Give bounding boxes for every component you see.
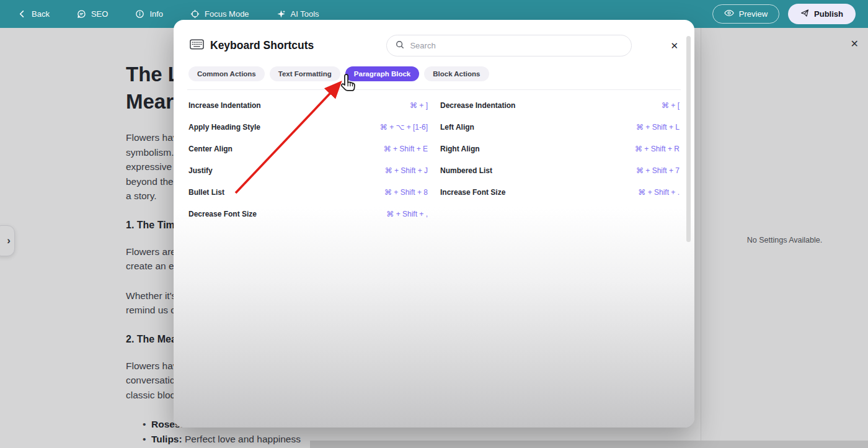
modal-close-button[interactable]: ✕ <box>670 41 678 50</box>
publish-button[interactable]: Publish <box>788 4 856 24</box>
shortcut-row: Decrease Font Size ⌘ + Shift + , <box>188 203 428 225</box>
shortcut-keys: ⌘ + ] <box>410 101 428 110</box>
shortcut-label: Center Align <box>188 145 232 153</box>
shortcut-label: Increase Indentation <box>188 101 261 110</box>
tab-paragraph-block[interactable]: Paragraph Block <box>345 66 419 81</box>
shortcut-label: Left Align <box>440 123 474 132</box>
shortcut-row: Apply Heading Style ⌘ + ⌥ + [1-6] <box>188 116 428 138</box>
shortcut-row: Numbered List ⌘ + Shift + 7 <box>440 159 680 181</box>
topbar-right: Preview Publish <box>712 4 868 24</box>
shortcut-row: Justify ⌘ + Shift + J <box>188 159 428 181</box>
shortcut-keys: ⌘ + Shift + . <box>638 188 680 197</box>
focus-target-icon <box>190 9 200 19</box>
shortcut-row-empty <box>440 203 680 225</box>
arrow-left-icon <box>17 9 27 19</box>
keyboard-shortcuts-modal: Keyboard Shortcuts ✕ Common Actions Text… <box>174 20 694 428</box>
shortcut-label: Right Align <box>440 145 480 153</box>
shortcut-keys: ⌘ + Shift + 7 <box>636 166 680 175</box>
shortcut-list: Increase Indentation ⌘ + ] Decrease Inde… <box>174 90 694 229</box>
modal-header: Keyboard Shortcuts ✕ <box>174 20 694 56</box>
shortcut-row: Center Align ⌘ + Shift + E <box>188 138 428 159</box>
seo-button[interactable]: SEO <box>77 9 108 19</box>
modal-scrollbar[interactable] <box>686 36 691 242</box>
seo-chat-icon <box>77 9 86 19</box>
eye-icon <box>724 9 734 19</box>
shortcut-row: Left Align ⌘ + Shift + L <box>440 116 680 138</box>
close-icon: ✕ <box>670 40 678 51</box>
shortcut-keys: ⌘ + [ <box>662 101 680 110</box>
shortcut-label: Decrease Font Size <box>188 210 257 218</box>
modal-title-text: Keyboard Shortcuts <box>210 39 314 52</box>
preview-button[interactable]: Preview <box>712 4 779 24</box>
shortcut-keys: ⌘ + Shift + E <box>384 145 428 153</box>
back-button[interactable]: Back <box>17 9 50 19</box>
send-icon <box>800 9 809 19</box>
info-button[interactable]: Info <box>135 9 163 19</box>
shortcut-label: Decrease Indentation <box>440 101 515 110</box>
shortcut-keys: ⌘ + Shift + L <box>636 123 680 132</box>
modal-title: Keyboard Shortcuts <box>190 39 314 53</box>
sparkle-icon <box>277 9 286 19</box>
shortcut-keys: ⌘ + ⌥ + [1-6] <box>380 123 428 132</box>
search-icon <box>396 40 404 52</box>
shortcut-label: Bullet List <box>188 188 224 197</box>
tab-common-actions[interactable]: Common Actions <box>188 66 265 81</box>
tab-text-formatting[interactable]: Text Formatting <box>270 66 340 81</box>
search-input[interactable] <box>410 41 622 50</box>
shortcut-tabs: Common Actions Text Formatting Paragraph… <box>174 66 694 81</box>
shortcut-keys: ⌘ + Shift + 8 <box>384 188 428 197</box>
shortcut-row: Increase Indentation ⌘ + ] <box>188 94 428 116</box>
tab-block-actions[interactable]: Block Actions <box>424 66 489 81</box>
keyboard-icon <box>190 39 204 53</box>
ai-tools-button[interactable]: AI Tools <box>277 9 319 19</box>
shortcut-keys: ⌘ + Shift + R <box>635 145 680 153</box>
shortcut-row: Decrease Indentation ⌘ + [ <box>440 94 680 116</box>
shortcut-label: Numbered List <box>440 166 492 175</box>
focus-mode-button[interactable]: Focus Mode <box>190 9 249 19</box>
shortcut-label: Justify <box>188 166 213 175</box>
shortcut-row: Right Align ⌘ + Shift + R <box>440 138 680 159</box>
search-bar <box>386 35 632 56</box>
shortcut-label: Increase Font Size <box>440 188 505 197</box>
info-icon <box>135 9 144 19</box>
topbar-left: Back SEO Info Focus Mode <box>0 9 319 19</box>
shortcut-keys: ⌘ + Shift + , <box>386 210 428 218</box>
shortcut-row: Increase Font Size ⌘ + Shift + . <box>440 181 680 203</box>
shortcut-row: Bullet List ⌘ + Shift + 8 <box>188 181 428 203</box>
app-screen: The LMear Flowers hav symbolism. express… <box>0 0 868 448</box>
shortcut-keys: ⌘ + Shift + J <box>385 166 428 175</box>
shortcut-label: Apply Heading Style <box>188 123 260 132</box>
